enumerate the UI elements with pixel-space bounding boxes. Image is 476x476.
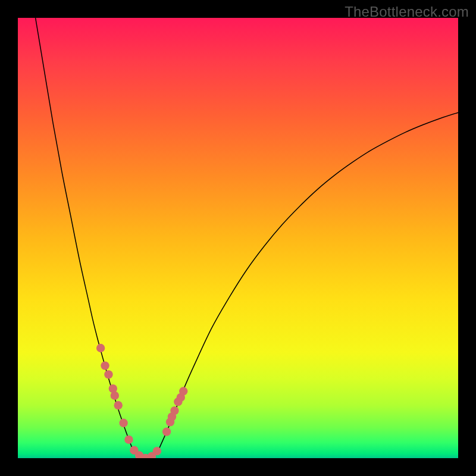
highlight-dot xyxy=(119,419,127,427)
highlight-dot xyxy=(114,401,123,409)
highlight-dot xyxy=(179,387,187,395)
bottleneck-curve xyxy=(36,18,458,458)
plot-area xyxy=(18,18,458,458)
highlight-dots-group xyxy=(96,344,188,458)
watermark-text: TheBottleneck.com xyxy=(345,4,469,20)
chart-frame: TheBottleneck.com xyxy=(0,0,476,476)
highlight-dot xyxy=(124,436,133,444)
highlight-dot xyxy=(153,447,161,455)
highlight-dot xyxy=(101,361,109,369)
highlight-dot xyxy=(96,344,105,352)
highlight-dot xyxy=(170,406,178,415)
highlight-dot xyxy=(111,392,119,400)
highlight-dot xyxy=(162,427,171,436)
highlight-dot xyxy=(104,370,112,378)
chart-svg xyxy=(18,18,458,458)
